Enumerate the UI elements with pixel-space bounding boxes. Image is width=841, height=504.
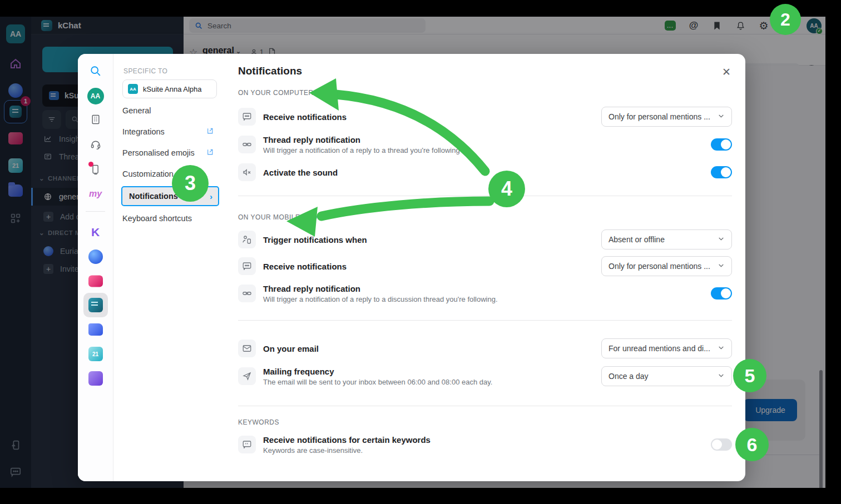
settings-nav: SPECIFIC TO AA kSuite Anna Alpha General… [113, 54, 225, 481]
row-label: Activate the sound [263, 168, 338, 177]
row-activate-sound: Activate the sound [238, 159, 732, 186]
chevron-down-icon [718, 112, 725, 121]
message-bubble-icon [238, 108, 256, 126]
support-headset-icon[interactable] [90, 139, 101, 150]
envelope-icon [238, 340, 256, 357]
close-icon[interactable]: ✕ [719, 64, 734, 79]
row-label: Mailing frequency [263, 367, 492, 376]
external-link-icon [206, 148, 214, 157]
euria-product-icon[interactable] [88, 249, 103, 264]
nav-item-general[interactable]: General [122, 101, 218, 121]
divider [238, 406, 732, 406]
row-label: Trigger notifications when [263, 235, 367, 244]
row-mailing-frequency: Mailing frequency The email will be sent… [238, 363, 732, 390]
divider [238, 196, 732, 196]
organization-icon[interactable] [90, 114, 101, 125]
kdrive-product-icon[interactable] [88, 323, 103, 336]
screenshot-root: AA 1 21 kC [0, 0, 841, 504]
annotation-badge-5: 5 [733, 359, 766, 392]
specific-to-label: SPECIFIC TO [123, 67, 167, 75]
dropdown-value: Only for personal mentions ... [609, 262, 710, 271]
row-subtitle: Will trigger a notification of a reply t… [263, 295, 498, 303]
divider [238, 320, 732, 321]
quote-bubble-icon [238, 436, 256, 453]
dropdown-value: Only for personal mentions ... [609, 112, 710, 121]
knotes-product-icon[interactable] [88, 371, 103, 386]
dropdown-value: For unread mentions and di... [609, 344, 710, 353]
account-avatar[interactable]: AA [87, 88, 104, 104]
dropdown-value: Absent or offline [609, 235, 665, 244]
row-thread-reply-mobile: Thread reply notification Will trigger a… [238, 280, 732, 307]
search-icon[interactable] [90, 65, 102, 77]
message-bubble-icon [238, 257, 256, 275]
receive-notifications-select[interactable]: Only for personal mentions ... [601, 107, 732, 127]
annotation-badge-2: 2 [770, 4, 801, 35]
row-label: On your email [263, 344, 319, 353]
speaker-mute-icon [238, 163, 256, 181]
mailing-frequency-select[interactable]: Once a day [601, 366, 732, 386]
row-thread-reply-computer: Thread reply notification Will trigger a… [238, 131, 732, 158]
chevron-down-icon [718, 344, 725, 353]
nav-item-integrations[interactable]: Integrations [122, 122, 218, 142]
workspace-name: kSuite Anna Alpha [143, 85, 202, 93]
row-subtitle: Keywords are case-insensitive. [263, 446, 431, 455]
person-phone-icon [238, 231, 256, 248]
section-keywords: KEYWORDS [238, 418, 279, 426]
thread-reply-toggle-computer[interactable] [711, 138, 732, 151]
row-label: Thread reply notification [263, 135, 460, 144]
ksuite-k-icon[interactable]: K [91, 226, 100, 239]
paper-plane-icon [238, 367, 256, 385]
row-receive-notifications-computer: Receive notifications Only for personal … [238, 103, 732, 130]
trigger-when-select[interactable]: Absent or offline [601, 229, 732, 249]
row-subtitle: The email will be sent to your inbox bet… [263, 378, 492, 386]
sound-toggle[interactable] [711, 166, 732, 178]
calendar-product-icon[interactable]: 21 [88, 347, 103, 361]
thread-reply-toggle-mobile[interactable] [711, 287, 732, 300]
row-label: Receive notifications for certain keywor… [263, 435, 431, 445]
receive-notifications-mobile-select[interactable]: Only for personal mentions ... [601, 256, 732, 276]
mail-product-icon[interactable] [88, 276, 103, 287]
annotation-badge-4: 4 [488, 171, 525, 207]
workspace-selector[interactable]: AA kSuite Anna Alpha [122, 79, 217, 98]
chevron-down-icon [718, 262, 725, 271]
link-icon [238, 285, 256, 302]
alert-dot [88, 162, 93, 167]
row-trigger-when: Trigger notifications when Absent or off… [238, 226, 732, 253]
email-notifications-select[interactable]: For unread mentions and di... [601, 338, 732, 358]
keywords-toggle[interactable] [711, 438, 732, 451]
myksuite-icon[interactable]: my [89, 189, 102, 199]
annotation-badge-3: 3 [172, 165, 209, 202]
panel-title: Notifications [238, 65, 302, 77]
row-keyword-notifications: Receive notifications for certain keywor… [238, 431, 732, 458]
row-on-your-email: On your email For unread mentions and di… [238, 335, 732, 362]
settings-modal: AA my K 21 [78, 54, 745, 481]
link-icon [238, 136, 256, 153]
row-label: Receive notifications [263, 262, 347, 271]
section-mobile: ON YOUR MOBILE PHONE [238, 213, 327, 221]
dropdown-value: Once a day [609, 372, 649, 381]
chevron-right-icon: › [210, 192, 212, 201]
row-label: Receive notifications [263, 112, 347, 122]
notifications-panel: Notifications ✕ ON YOUR COMPUTER Receive… [225, 54, 745, 481]
section-computer: ON YOUR COMPUTER [238, 89, 314, 97]
settings-rail: AA my K 21 [78, 54, 113, 481]
row-receive-notifications-mobile: Receive notifications Only for personal … [238, 253, 732, 280]
nav-item-keyboard-shortcuts[interactable]: Keyboard shortcuts [122, 208, 218, 228]
row-subtitle: Will trigger a notification of a reply t… [263, 146, 460, 154]
divider [86, 211, 105, 212]
chevron-down-icon [718, 372, 725, 381]
chevron-down-icon [718, 235, 725, 244]
nav-item-personalised-emojis[interactable]: Personalised emojis [122, 143, 218, 163]
device-sync-icon[interactable] [90, 164, 101, 175]
kchat-product-icon-selected[interactable] [83, 293, 108, 317]
annotation-badge-6: 6 [735, 428, 769, 461]
external-link-icon [206, 127, 214, 136]
workspace-mini-avatar: AA [128, 84, 138, 94]
row-label: Thread reply notification [263, 284, 498, 293]
